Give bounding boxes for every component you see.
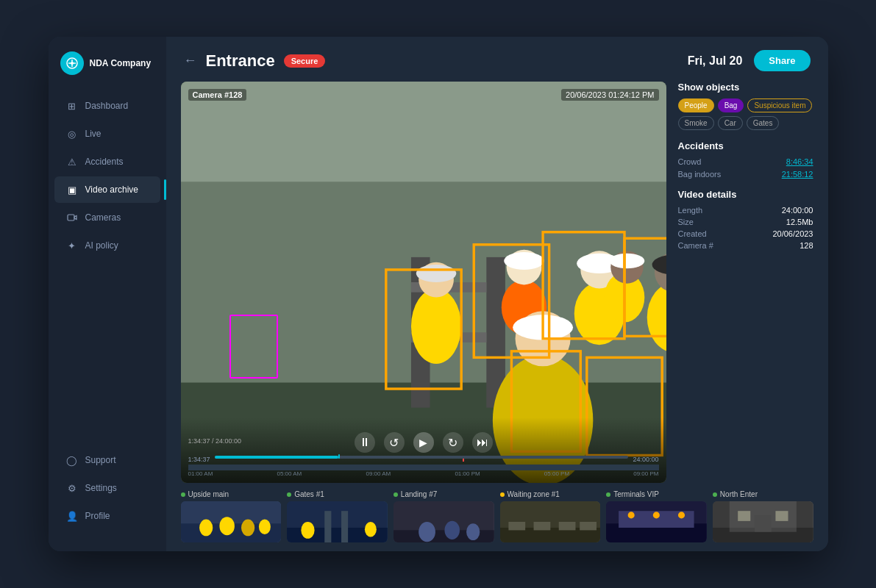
- camera-thumb-upside-main[interactable]: Upside main: [181, 490, 282, 542]
- time-labels: 01:00 AM 05:00 AM 09:00 AM 01:00 PM 05:0…: [188, 470, 659, 477]
- svg-point-55: [365, 522, 377, 537]
- detail-size: Size 12.5Mb: [678, 218, 813, 226]
- tag-bag[interactable]: Bag: [718, 98, 744, 112]
- accident-item-crowd: Crowd 8:46:34: [678, 157, 813, 166]
- timeline-time-left: 1:34:37: [188, 456, 210, 463]
- svg-point-46: [199, 520, 213, 537]
- accident-crowd-label: Crowd: [678, 157, 702, 166]
- length-label: Length: [678, 206, 703, 215]
- camera-thumb-north[interactable]: North Enter: [713, 490, 813, 542]
- camera-num-label: Camera #: [678, 241, 713, 250]
- sidebar-nav: ⊞ Dashboard ◎ Live ⚠ Accidents ▣ Video a…: [49, 93, 166, 447]
- sidebar: NDA Company ⊞ Dashboard ◎ Live ⚠ Acciden…: [49, 37, 166, 551]
- thumb-svg-2: [394, 501, 494, 542]
- sidebar-item-ai-policy[interactable]: ✦ AI policy: [54, 232, 160, 259]
- camera-thumb-waiting1[interactable]: Waiting zone #1: [500, 490, 601, 542]
- status-dot-waiting1: [500, 492, 505, 497]
- profile-icon: 👤: [66, 510, 78, 522]
- svg-rect-78: [775, 511, 788, 521]
- camera-thumb-vip[interactable]: Terminals VIP: [606, 490, 707, 542]
- fast-forward-button[interactable]: ↻: [443, 432, 463, 453]
- time-label-2: 05:00 AM: [277, 470, 302, 477]
- back-button[interactable]: ←: [184, 53, 197, 68]
- tag-gates[interactable]: Gates: [747, 116, 780, 130]
- sidebar-logo: NDA Company: [49, 51, 166, 93]
- tag-car[interactable]: Car: [718, 116, 743, 130]
- cameras-row: Upside main: [181, 490, 813, 542]
- accidents-section: Accidents Crowd 8:46:34 Bag indoors 21:5…: [678, 140, 813, 179]
- bottom-cameras: Upside main: [166, 490, 828, 551]
- objects-tags: People Bag Suspicious item Smoke Car Gat…: [678, 98, 813, 130]
- camera-num-value: 128: [800, 241, 813, 250]
- play-button[interactable]: ▶: [413, 432, 434, 453]
- rewind-button[interactable]: ↺: [384, 432, 405, 453]
- sidebar-item-cameras[interactable]: Cameras: [54, 204, 160, 231]
- accident-bag-time[interactable]: 21:58:12: [782, 170, 813, 179]
- dashboard-icon: ⊞: [66, 100, 78, 112]
- show-objects-title: Show objects: [678, 82, 813, 93]
- detection-box-bag: [229, 315, 278, 379]
- tag-people[interactable]: People: [678, 98, 714, 112]
- sidebar-item-profile[interactable]: 👤 Profile: [54, 503, 160, 529]
- sidebar-label-video-archive: Video archive: [85, 184, 139, 195]
- thumb-waiting1: [500, 501, 601, 542]
- timeline-ruler: /* tick marks */: [188, 465, 659, 470]
- sidebar-item-support[interactable]: ◯ Support: [54, 447, 160, 473]
- svg-point-49: [258, 520, 270, 535]
- camera-label-vip: Terminals VIP: [606, 490, 707, 498]
- status-dot-upside-main: [181, 492, 185, 497]
- camera-name-waiting1: Waiting zone #1: [508, 490, 560, 498]
- svg-rect-53: [341, 511, 348, 542]
- support-icon: ◯: [66, 454, 78, 466]
- tag-suspicious-item[interactable]: Suspicious item: [747, 98, 812, 112]
- logo-icon: [60, 51, 84, 75]
- svg-point-48: [241, 520, 254, 537]
- svg-rect-66: [580, 522, 597, 530]
- share-button[interactable]: Share: [754, 50, 810, 71]
- header-left: ← Entrance Secure: [184, 51, 326, 71]
- header: ← Entrance Secure Fri, Jul 20 Share: [166, 37, 828, 82]
- svg-rect-65: [558, 522, 575, 530]
- accident-crowd-time[interactable]: 8:46:34: [786, 157, 813, 166]
- svg-point-19: [416, 265, 456, 282]
- camera-label: Camera #128: [188, 89, 247, 101]
- sidebar-label-accidents: Accidents: [85, 157, 124, 167]
- camera-name-north: North Enter: [720, 490, 758, 498]
- svg-rect-77: [738, 511, 750, 521]
- pause-button[interactable]: ⏸: [355, 432, 375, 453]
- status-dot-north: [713, 492, 717, 497]
- camera-label-upside-main: Upside main: [181, 490, 282, 498]
- timeline-bar[interactable]: [215, 456, 629, 459]
- camera-label-waiting1: Waiting zone #1: [500, 490, 601, 498]
- thumb-svg-0: [181, 501, 282, 542]
- sidebar-item-video-archive[interactable]: ▣ Video archive: [54, 176, 160, 203]
- thumb-svg-5: [713, 501, 813, 542]
- video-timestamp: 20/06/2023 01:24:12 PM: [561, 89, 658, 101]
- sidebar-label-profile: Profile: [85, 511, 110, 521]
- sidebar-item-dashboard[interactable]: ⊞ Dashboard: [54, 93, 160, 119]
- time-label-3: 09:00 AM: [366, 470, 391, 477]
- created-label: Created: [678, 229, 707, 238]
- sidebar-label-settings: Settings: [85, 483, 117, 493]
- camera-thumb-landing7[interactable]: Landing #7: [394, 490, 494, 542]
- tag-smoke[interactable]: Smoke: [678, 116, 714, 130]
- camera-name-gates1: Gates #1: [294, 490, 324, 498]
- sidebar-item-accidents[interactable]: ⚠ Accidents: [54, 148, 160, 175]
- settings-icon: ⚙: [66, 482, 78, 494]
- sidebar-item-live[interactable]: ◎ Live: [54, 121, 160, 147]
- svg-point-60: [466, 523, 480, 540]
- length-value: 24:00:00: [782, 206, 813, 215]
- ruler-svg: /* tick marks */: [188, 465, 659, 470]
- video-player[interactable]: Camera #128 20/06/2023 01:24:12 PM 1:34:…: [181, 82, 666, 483]
- sidebar-label-ai-policy: AI policy: [85, 240, 118, 251]
- sidebar-item-settings[interactable]: ⚙ Settings: [54, 475, 160, 501]
- camera-thumb-gates1[interactable]: Gates #1: [287, 490, 388, 542]
- status-badge: Secure: [284, 54, 326, 68]
- svg-point-47: [219, 517, 235, 535]
- thumb-svg-3: [500, 501, 601, 542]
- sidebar-bottom: ◯ Support ⚙ Settings 👤 Profile: [49, 447, 166, 537]
- svg-rect-43: [188, 465, 659, 470]
- svg-rect-52: [324, 511, 331, 542]
- skip-button[interactable]: ⏭: [472, 432, 493, 453]
- camera-label-landing7: Landing #7: [394, 490, 494, 498]
